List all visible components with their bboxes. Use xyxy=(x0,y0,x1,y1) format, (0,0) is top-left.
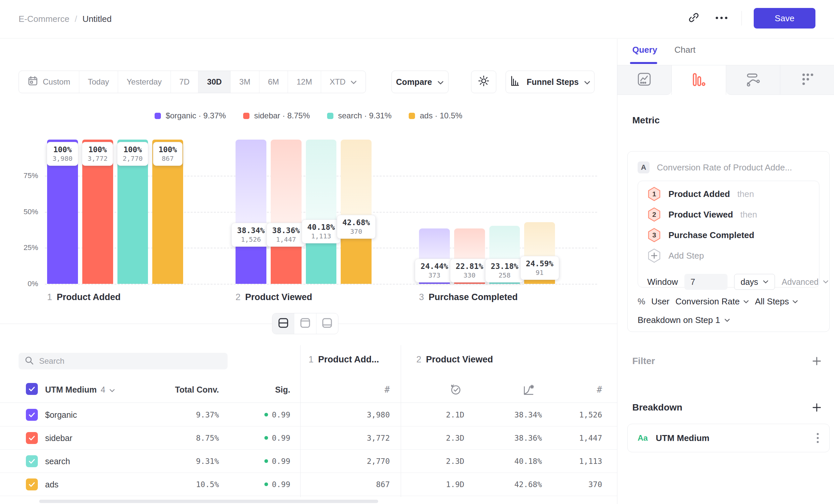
funnel-bar-search[interactable]: 23.18%258 xyxy=(489,140,520,284)
funnel-bar-sidebar[interactable]: 22.81%330 xyxy=(454,140,485,284)
chart-type-button[interactable]: Funnel Steps xyxy=(506,71,594,93)
funnel-bar-search[interactable]: 40.18%1,113 xyxy=(306,140,337,284)
date-range-custom[interactable]: Custom xyxy=(19,71,79,93)
bar-value-label: 38.34%1,526 xyxy=(232,223,270,247)
sig-column-header[interactable]: Sig. xyxy=(239,385,290,395)
window-label: Window xyxy=(647,277,678,287)
breadcrumb-project[interactable]: E-Commerce xyxy=(19,14,69,24)
tab-chart[interactable]: Chart xyxy=(675,45,696,55)
funnel-chart-tab[interactable] xyxy=(672,65,726,95)
breadcrumb-title[interactable]: Untitled xyxy=(82,14,111,24)
breakdown-property-name: UTM Medium xyxy=(656,433,709,443)
more-options-button[interactable] xyxy=(714,10,729,26)
search-input[interactable] xyxy=(39,357,222,366)
funnel-bar-sidebar[interactable]: 100%3,772 xyxy=(82,140,113,284)
step-axis-label-2: 2Product Viewed xyxy=(236,292,312,302)
funnel-bar-ads[interactable]: 100%867 xyxy=(152,140,183,284)
date-range-label: Yesterday xyxy=(127,77,162,87)
total-conv-column-header[interactable]: Total Conv. xyxy=(146,385,219,395)
legend-item-search[interactable]: search · 9.31% xyxy=(327,111,392,120)
avg-time-value: 2.1D xyxy=(428,411,482,419)
step2-percent: 38.34% xyxy=(498,411,559,419)
window-value-input[interactable] xyxy=(684,274,727,290)
significance-value: 0.99 xyxy=(232,457,290,465)
check-icon xyxy=(28,434,36,442)
compare-label: Compare xyxy=(396,77,432,87)
table-row[interactable]: sidebar 8.75% 0.99 3,772 2.3D 38.36% 1,4… xyxy=(0,427,617,450)
gear-icon xyxy=(477,75,490,89)
add-breakdown-button[interactable] xyxy=(809,400,824,415)
step-number-badge: 3 xyxy=(647,228,661,243)
share-link-button[interactable] xyxy=(686,10,702,26)
date-range-xtd[interactable]: XTD xyxy=(321,71,366,93)
date-range-6m[interactable]: 6M xyxy=(259,71,288,93)
add-step-hexagon-icon xyxy=(647,248,661,263)
funnel-bar-search[interactable]: 100%2,770 xyxy=(117,140,148,284)
date-range-yesterday[interactable]: Yesterday xyxy=(118,71,171,93)
kebab-menu-icon[interactable] xyxy=(816,432,819,444)
count-column-header[interactable]: # xyxy=(345,384,390,395)
advanced-toggle[interactable]: Advanced xyxy=(782,277,828,287)
date-range-30d[interactable]: 30D xyxy=(198,71,230,93)
avg-time-column-header[interactable] xyxy=(448,382,462,397)
horizontal-scrollbar[interactable] xyxy=(39,500,378,503)
breakdown-on-step-dropdown[interactable]: Breakdown on Step 1 xyxy=(638,315,730,325)
funnel-bar-organic[interactable]: 38.34%1,526 xyxy=(236,140,266,284)
funnel-bar-organic[interactable]: 100%3,980 xyxy=(47,140,78,284)
date-range-3m[interactable]: 3M xyxy=(230,71,259,93)
tab-query[interactable]: Query xyxy=(632,45,657,55)
split-view-button[interactable] xyxy=(272,313,294,334)
row-checkbox[interactable] xyxy=(26,409,38,421)
metric-type-dropdown[interactable]: Conversion Rate xyxy=(676,296,749,307)
compare-button[interactable]: Compare xyxy=(392,71,448,93)
total-conv-value: 8.75% xyxy=(146,434,219,442)
conversion-chart-column-header[interactable] xyxy=(522,383,535,398)
segmentation-chart-tab[interactable] xyxy=(617,65,672,95)
dots-grid-icon xyxy=(800,72,815,88)
funnel-step-3[interactable]: 3 Purchase Completed xyxy=(638,225,819,245)
gridline-0 xyxy=(45,284,597,284)
row-checkbox[interactable] xyxy=(26,479,38,490)
select-all-checkbox[interactable] xyxy=(26,383,38,395)
flow-chart-tab[interactable] xyxy=(726,65,780,95)
steps-scope-dropdown[interactable]: All Steps xyxy=(755,296,798,307)
bar-value-label: 40.18%1,113 xyxy=(302,220,341,244)
metric-title[interactable]: Conversion Rate of Product Adde... xyxy=(657,162,792,173)
breakdown-column-header[interactable]: UTM Medium 4 xyxy=(45,385,115,395)
date-range-12m[interactable]: 12M xyxy=(288,71,321,93)
table-row[interactable]: ads 10.5% 0.99 867 1.9D 42.68% 370 xyxy=(0,473,617,496)
row-checkbox[interactable] xyxy=(26,432,38,444)
date-range-7d[interactable]: 7D xyxy=(171,71,198,93)
window-unit-select[interactable]: days xyxy=(734,274,775,290)
funnel-bar-ads[interactable]: 24.59%91 xyxy=(524,140,555,284)
row-checkbox[interactable] xyxy=(26,455,38,467)
funnel-step-2[interactable]: 2 Product Viewed then xyxy=(638,204,819,225)
funnel-bar-sidebar[interactable]: 38.36%1,447 xyxy=(271,140,302,284)
count-column-header[interactable]: # xyxy=(561,384,602,395)
add-filter-button[interactable] xyxy=(809,354,824,368)
funnel-bar-ads[interactable]: 42.68%370 xyxy=(341,140,372,284)
date-range-today[interactable]: Today xyxy=(79,71,118,93)
breakdown-property-card[interactable]: Aa UTM Medium xyxy=(627,424,830,452)
retention-chart-tab[interactable] xyxy=(780,65,834,95)
chart-settings-button[interactable] xyxy=(471,71,496,93)
table-row[interactable]: search 9.31% 0.99 2,770 2.3D 40.18% 1,11… xyxy=(0,450,617,473)
chevron-down-icon xyxy=(763,280,769,284)
funnel-step-1[interactable]: 1 Product Added then xyxy=(638,184,819,204)
table-row[interactable]: $organic 9.37% 0.99 3,980 2.1D 38.34% 1,… xyxy=(0,403,617,427)
legend-item-sidebar[interactable]: sidebar · 8.75% xyxy=(243,111,310,120)
percent-icon[interactable]: % xyxy=(638,296,645,307)
query-panel: Query Chart xyxy=(617,39,834,504)
add-step-button[interactable]: Add Step xyxy=(638,245,819,266)
legend-item-organic[interactable]: $organic · 9.37% xyxy=(155,111,225,120)
plus-icon xyxy=(812,356,822,366)
legend-item-ads[interactable]: ads · 10.5% xyxy=(409,111,462,120)
total-conv-value: 9.37% xyxy=(146,411,219,419)
save-button[interactable]: Save xyxy=(754,8,815,28)
clock-check-icon xyxy=(448,392,462,397)
funnel-bar-organic[interactable]: 24.44%373 xyxy=(419,140,450,284)
chart-only-view-button[interactable] xyxy=(294,313,316,334)
chart-percent-icon xyxy=(522,392,535,398)
entity-selector[interactable]: User xyxy=(651,296,670,307)
table-only-view-button[interactable] xyxy=(316,313,338,334)
